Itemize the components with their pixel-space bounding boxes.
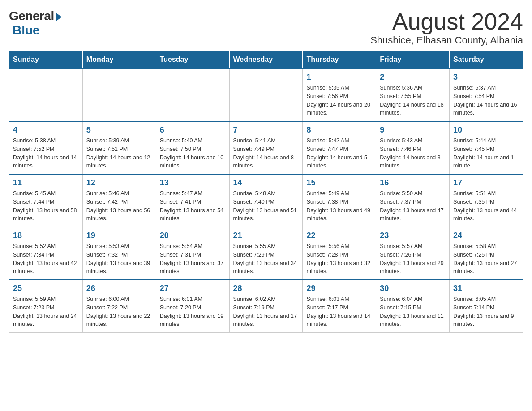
cell-day-number: 8 <box>306 125 372 135</box>
calendar-cell: 25 Sunrise: 5:59 AMSunset: 7:23 PMDaylig… <box>9 280 83 333</box>
cell-day-number: 28 <box>233 284 299 293</box>
cell-info: Sunrise: 5:41 AMSunset: 7:49 PMDaylight:… <box>233 137 299 170</box>
calendar-cell: 24 Sunrise: 5:58 AMSunset: 7:25 PMDaylig… <box>450 227 523 280</box>
cell-info: Sunrise: 5:57 AMSunset: 7:26 PMDaylight:… <box>380 242 446 276</box>
calendar-cell: 23 Sunrise: 5:57 AMSunset: 7:26 PMDaylig… <box>376 227 450 280</box>
cell-day-number: 10 <box>453 125 519 135</box>
cell-info: Sunrise: 5:36 AMSunset: 7:55 PMDaylight:… <box>380 84 446 117</box>
cell-info: Sunrise: 5:53 AMSunset: 7:32 PMDaylight:… <box>86 242 152 276</box>
calendar-cell: 7 Sunrise: 5:41 AMSunset: 7:49 PMDayligh… <box>229 121 303 174</box>
header-saturday: Saturday <box>450 51 523 69</box>
cell-day-number: 17 <box>453 178 519 188</box>
calendar-cell <box>9 68 83 121</box>
cell-info: Sunrise: 6:01 AMSunset: 7:20 PMDaylight:… <box>160 295 226 329</box>
cell-day-number: 18 <box>13 231 79 240</box>
calendar-cell: 9 Sunrise: 5:43 AMSunset: 7:46 PMDayligh… <box>376 121 450 174</box>
cell-info: Sunrise: 6:04 AMSunset: 7:15 PMDaylight:… <box>380 295 446 329</box>
cell-info: Sunrise: 5:55 AMSunset: 7:29 PMDaylight:… <box>233 242 299 276</box>
cell-info: Sunrise: 5:52 AMSunset: 7:34 PMDaylight:… <box>13 242 79 276</box>
cell-day-number: 30 <box>380 284 446 293</box>
cell-day-number: 29 <box>306 284 372 293</box>
cell-day-number: 24 <box>453 231 519 240</box>
calendar-cell: 14 Sunrise: 5:48 AMSunset: 7:40 PMDaylig… <box>229 174 303 227</box>
calendar-cell: 10 Sunrise: 5:44 AMSunset: 7:45 PMDaylig… <box>450 121 523 174</box>
cell-day-number: 7 <box>233 125 299 135</box>
cell-info: Sunrise: 6:03 AMSunset: 7:17 PMDaylight:… <box>306 295 372 329</box>
cell-info: Sunrise: 5:59 AMSunset: 7:23 PMDaylight:… <box>13 295 79 329</box>
cell-day-number: 3 <box>453 73 519 82</box>
cell-info: Sunrise: 5:49 AMSunset: 7:38 PMDaylight:… <box>306 189 372 223</box>
calendar-cell: 13 Sunrise: 5:47 AMSunset: 7:41 PMDaylig… <box>156 174 229 227</box>
calendar-cell: 21 Sunrise: 5:55 AMSunset: 7:29 PMDaylig… <box>229 227 303 280</box>
calendar-header-row: Sunday Monday Tuesday Wednesday Thursday… <box>9 51 523 69</box>
cell-day-number: 31 <box>453 284 519 293</box>
cell-day-number: 20 <box>160 231 226 240</box>
logo: General Blue <box>9 9 62 38</box>
cell-info: Sunrise: 5:35 AMSunset: 7:56 PMDaylight:… <box>306 84 372 117</box>
header-monday: Monday <box>82 51 156 69</box>
cell-info: Sunrise: 6:02 AMSunset: 7:19 PMDaylight:… <box>233 295 299 329</box>
cell-info: Sunrise: 5:40 AMSunset: 7:50 PMDaylight:… <box>160 137 226 170</box>
cell-day-number: 12 <box>86 178 152 188</box>
calendar-cell: 28 Sunrise: 6:02 AMSunset: 7:19 PMDaylig… <box>229 280 303 333</box>
calendar-cell: 8 Sunrise: 5:42 AMSunset: 7:47 PMDayligh… <box>303 121 376 174</box>
calendar-cell <box>229 68 303 121</box>
cell-info: Sunrise: 5:39 AMSunset: 7:51 PMDaylight:… <box>86 137 152 170</box>
calendar-cell: 3 Sunrise: 5:37 AMSunset: 7:54 PMDayligh… <box>450 68 523 121</box>
page-subtitle: Shushice, Elbasan County, Albania <box>370 34 523 46</box>
header-sunday: Sunday <box>9 51 83 69</box>
cell-day-number: 6 <box>160 125 226 135</box>
page-header: General Blue August 2024 Shushice, Elbas… <box>9 9 523 46</box>
cell-day-number: 2 <box>380 73 446 82</box>
header-friday: Friday <box>376 51 450 69</box>
cell-day-number: 25 <box>13 284 79 293</box>
logo-general-text: General <box>9 9 54 23</box>
calendar-cell: 31 Sunrise: 6:05 AMSunset: 7:14 PMDaylig… <box>450 280 523 333</box>
cell-day-number: 5 <box>86 125 152 135</box>
cell-day-number: 13 <box>160 178 226 188</box>
calendar-cell: 17 Sunrise: 5:51 AMSunset: 7:35 PMDaylig… <box>450 174 523 227</box>
calendar-cell: 15 Sunrise: 5:49 AMSunset: 7:38 PMDaylig… <box>303 174 376 227</box>
cell-info: Sunrise: 5:48 AMSunset: 7:40 PMDaylight:… <box>233 189 299 223</box>
calendar-cell: 6 Sunrise: 5:40 AMSunset: 7:50 PMDayligh… <box>156 121 229 174</box>
calendar-table: Sunday Monday Tuesday Wednesday Thursday… <box>9 51 523 333</box>
calendar-cell: 5 Sunrise: 5:39 AMSunset: 7:51 PMDayligh… <box>82 121 156 174</box>
logo-blue-text: Blue <box>13 23 40 38</box>
calendar-cell: 20 Sunrise: 5:54 AMSunset: 7:31 PMDaylig… <box>156 227 229 280</box>
calendar-cell <box>156 68 229 121</box>
calendar-cell <box>82 68 156 121</box>
calendar-cell: 22 Sunrise: 5:56 AMSunset: 7:28 PMDaylig… <box>303 227 376 280</box>
cell-info: Sunrise: 5:45 AMSunset: 7:44 PMDaylight:… <box>13 189 79 223</box>
logo-arrow-icon <box>56 13 62 21</box>
cell-day-number: 21 <box>233 231 299 240</box>
calendar-cell: 26 Sunrise: 6:00 AMSunset: 7:22 PMDaylig… <box>82 280 156 333</box>
cell-info: Sunrise: 5:58 AMSunset: 7:25 PMDaylight:… <box>453 242 519 276</box>
cell-day-number: 26 <box>86 284 152 293</box>
calendar-week-1: 1 Sunrise: 5:35 AMSunset: 7:56 PMDayligh… <box>9 68 523 121</box>
calendar-cell: 16 Sunrise: 5:50 AMSunset: 7:37 PMDaylig… <box>376 174 450 227</box>
calendar-cell: 18 Sunrise: 5:52 AMSunset: 7:34 PMDaylig… <box>9 227 83 280</box>
cell-info: Sunrise: 5:37 AMSunset: 7:54 PMDaylight:… <box>453 84 519 117</box>
calendar-cell: 12 Sunrise: 5:46 AMSunset: 7:42 PMDaylig… <box>82 174 156 227</box>
cell-info: Sunrise: 5:47 AMSunset: 7:41 PMDaylight:… <box>160 189 226 223</box>
cell-day-number: 22 <box>306 231 372 240</box>
cell-info: Sunrise: 6:05 AMSunset: 7:14 PMDaylight:… <box>453 295 519 329</box>
cell-info: Sunrise: 5:44 AMSunset: 7:45 PMDaylight:… <box>453 137 519 170</box>
cell-day-number: 14 <box>233 178 299 188</box>
calendar-cell: 27 Sunrise: 6:01 AMSunset: 7:20 PMDaylig… <box>156 280 229 333</box>
header-wednesday: Wednesday <box>229 51 303 69</box>
cell-day-number: 1 <box>306 73 372 82</box>
calendar-cell: 4 Sunrise: 5:38 AMSunset: 7:52 PMDayligh… <box>9 121 83 174</box>
page-title: August 2024 <box>370 9 523 34</box>
logo-top: General <box>9 9 62 23</box>
calendar-week-3: 11 Sunrise: 5:45 AMSunset: 7:44 PMDaylig… <box>9 174 523 227</box>
cell-day-number: 27 <box>160 284 226 293</box>
cell-info: Sunrise: 5:54 AMSunset: 7:31 PMDaylight:… <box>160 242 226 276</box>
title-area: August 2024 Shushice, Elbasan County, Al… <box>370 9 523 46</box>
cell-day-number: 9 <box>380 125 446 135</box>
cell-info: Sunrise: 5:46 AMSunset: 7:42 PMDaylight:… <box>86 189 152 223</box>
cell-day-number: 19 <box>86 231 152 240</box>
cell-day-number: 23 <box>380 231 446 240</box>
cell-info: Sunrise: 5:43 AMSunset: 7:46 PMDaylight:… <box>380 137 446 170</box>
cell-info: Sunrise: 5:56 AMSunset: 7:28 PMDaylight:… <box>306 242 372 276</box>
